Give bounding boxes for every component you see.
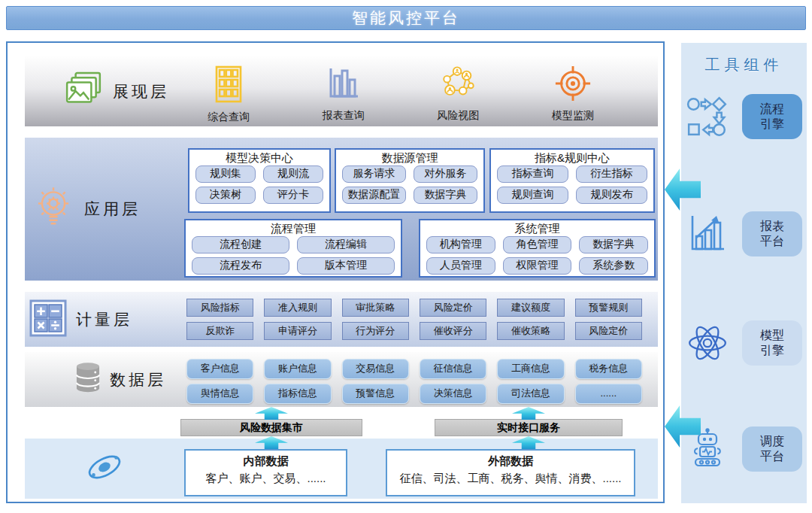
measure-chip: 风险定价: [575, 322, 642, 340]
measure-chip: 预警规则: [575, 299, 642, 317]
bulb-gear-icon: [32, 186, 75, 232]
group-item: 评分卡: [263, 187, 323, 204]
presentation-item: 综合查询: [179, 65, 278, 124]
group-item: 决策树: [195, 187, 256, 204]
target-icon: [554, 92, 592, 105]
data-chip: 交易信息: [342, 359, 409, 379]
data-row-1: 客户信息 账户信息 交易信息 征信信息 工商信息 税务信息: [186, 359, 642, 379]
tools-panel-title: 工具组件: [681, 55, 807, 75]
galaxy-icon: [84, 447, 125, 490]
schedule-platform-button: 调度平台: [742, 426, 802, 472]
data-chip: ......: [575, 384, 642, 404]
presentation-item-label: 综合查询: [179, 111, 278, 124]
realtime-interface-bar: 实时接口服务: [435, 419, 623, 436]
measure-chip: 催收策略: [497, 322, 564, 340]
group-item: 角色管理: [503, 236, 572, 253]
up-arrow: [512, 407, 545, 420]
report-chart-icon: [684, 213, 731, 255]
tool-row-process-engine: 流程引擎: [684, 93, 802, 141]
group-item: 流程创建: [192, 236, 289, 253]
group-item: 版本管理: [297, 257, 395, 275]
data-chip: 客户信息: [186, 359, 253, 379]
group-item: 流程发布: [192, 257, 289, 275]
presentation-layer-label: 展现层: [113, 81, 169, 102]
measure-chip: 审批策略: [342, 299, 409, 317]
presentation-items: 综合查询 报表查询: [179, 65, 623, 124]
grid-icon: [212, 93, 245, 106]
presentation-layer-band: 展现层 综合查询: [25, 56, 658, 126]
data-chip: 司法信息: [497, 384, 564, 404]
data-chip: 舆情信息: [186, 384, 253, 404]
process-engine-button: 流程引擎: [742, 94, 802, 139]
risk-platform-architecture-diagram: 智能风控平台 展现层: [0, 0, 812, 513]
report-platform-button: 报表平台: [742, 211, 802, 256]
measure-chip: 准入规则: [264, 299, 331, 317]
data-chip: 账户信息: [264, 359, 331, 379]
group-title: 数据源管理: [336, 150, 483, 165]
measure-chip: 建议额度: [497, 299, 564, 317]
group-datasource-management: 数据源管理 服务请求 对外服务 数据源配置 数据字典: [335, 148, 485, 213]
data-chip: 指标信息: [264, 384, 331, 404]
bar-chart-icon: [325, 92, 362, 105]
group-system-management: 系统管理 机构管理 角色管理 数据字典 人员管理 权限管理 系统参数: [419, 219, 656, 278]
group-title: 模型决策中心: [189, 150, 329, 165]
measure-chip: 催收评分: [420, 322, 486, 340]
platform-title-bar: 智能风控平台: [6, 6, 806, 30]
datasource-layer-band: 数据源层 内部数据 客户、账户、交易、...... 外部数据 征信、司法、工商、…: [25, 439, 658, 499]
group-process-management: 流程管理 流程创建 流程编辑 流程发布 版本管理: [184, 219, 402, 278]
measurement-row-1: 风险指标 准入规则 审批策略 风险定价 建议额度 预警规则: [186, 299, 642, 317]
group-item: 对外服务: [414, 165, 477, 183]
presentation-item-label: 风险视图: [408, 109, 508, 123]
group-item: 数据字典: [414, 187, 477, 204]
data-layer-label: 数据层: [110, 369, 166, 390]
measurement-row-2: 反欺诈 申请评分 行为评分 催收评分 催收策略 风险定价: [186, 322, 642, 340]
group-item: 规则流: [263, 165, 323, 183]
report-platform-label: 报表平台: [759, 219, 786, 249]
database-icon: [71, 360, 105, 399]
presentation-item: 模型监测: [523, 65, 623, 124]
flowchart-icon: [684, 95, 731, 138]
up-arrow: [255, 407, 288, 420]
group-title: 系统管理: [420, 220, 654, 236]
measure-chip: 申请评分: [264, 322, 331, 340]
measure-chip: 反欺诈: [186, 322, 253, 340]
tool-row-schedule-platform: 调度平台: [684, 425, 802, 473]
data-chip: 税务信息: [575, 359, 642, 379]
data-chip: 征信信息: [420, 359, 486, 379]
group-item: 机构管理: [426, 236, 495, 253]
internal-data-title: 内部数据: [186, 454, 346, 469]
atom-icon: [684, 321, 731, 365]
presentation-item-label: 报表查询: [294, 109, 393, 123]
group-item: 服务请求: [342, 165, 406, 183]
internal-data-desc: 客户、账户、交易、......: [186, 472, 346, 486]
group-item: 权限管理: [503, 257, 572, 275]
external-data-desc: 征信、司法、工商、税务、舆情、消费、......: [387, 472, 634, 486]
main-panel: 展现层 综合查询: [6, 41, 665, 503]
internal-data-box: 内部数据 客户、账户、交易、......: [184, 449, 347, 496]
tool-row-model-engine: 模型引擎: [684, 319, 802, 367]
risk-data-mart-bar: 风险数据集市: [180, 419, 362, 436]
group-item: 数据源配置: [342, 187, 406, 204]
application-layer-band: 应用层 模型决策中心 规则集 规则流 决策树 评分卡 数据源管理 服务请求 对外…: [25, 138, 658, 281]
group-item: 流程编辑: [297, 236, 395, 253]
group-item: 规则集: [195, 165, 256, 183]
group-model-decision-center: 模型决策中心 规则集 规则流 决策树 评分卡: [188, 148, 331, 213]
presentation-item-label: 模型监测: [523, 109, 623, 123]
data-layer-band: 数据层 客户信息 账户信息 交易信息 征信信息 工商信息 税务信息 舆情信息 指…: [25, 352, 658, 407]
group-item: 规则发布: [576, 187, 647, 204]
photos-icon: [64, 71, 103, 113]
data-chip: 预警信息: [342, 384, 409, 404]
presentation-item: 报表查询: [294, 65, 393, 124]
calculator-icon: [29, 299, 68, 341]
model-engine-button: 模型引擎: [742, 320, 802, 366]
presentation-item: 风险视图: [408, 65, 508, 124]
data-row-2: 舆情信息 指标信息 预警信息 决策信息 司法信息 ......: [186, 384, 642, 404]
network-icon: [438, 92, 477, 105]
process-engine-label: 流程引擎: [759, 102, 786, 132]
group-item: 数据字典: [579, 236, 648, 253]
schedule-platform-label: 调度平台: [759, 434, 786, 464]
group-title: 流程管理: [186, 220, 401, 236]
measure-chip: 风险指标: [186, 299, 253, 317]
data-chip: 工商信息: [497, 359, 564, 379]
external-data-box: 外部数据 征信、司法、工商、税务、舆情、消费、......: [386, 449, 635, 496]
